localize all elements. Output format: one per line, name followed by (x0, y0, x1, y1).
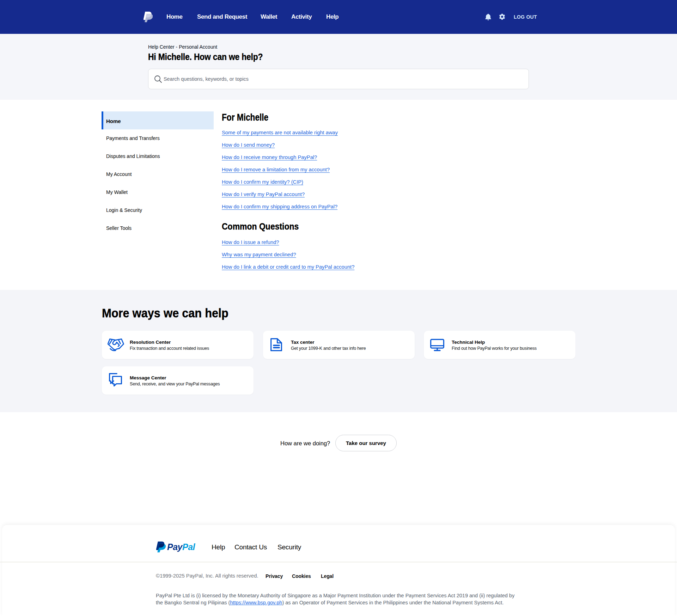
svg-text:PayPal: PayPal (167, 542, 196, 552)
